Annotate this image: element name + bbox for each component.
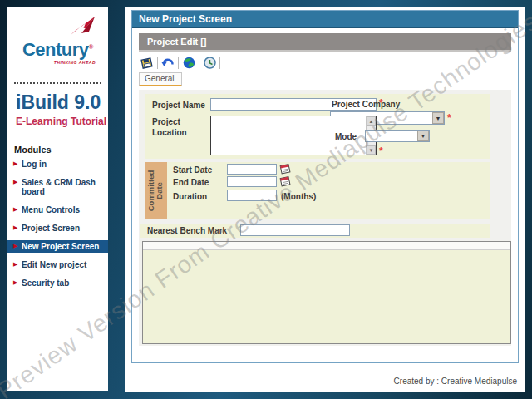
detail-list-box[interactable] (142, 241, 511, 344)
dropdown-arrow-icon[interactable]: ▼ (417, 131, 429, 141)
footer-credit: Created by : Creative Mediapulse (394, 377, 517, 386)
save-button[interactable] (139, 55, 155, 70)
duration-unit-label: (Months) (281, 192, 316, 201)
sidebar-item-sales-crm-dashboard[interactable]: ▶ Sales & CRM Dash board (7, 176, 108, 198)
project-location-label: Project Location (152, 117, 195, 138)
sidebar-item-project-screen[interactable]: ▶ Project Screen (7, 222, 108, 234)
product-title: iBuild 9.0 (16, 91, 108, 114)
sidebar-item-label: Menu Controls (22, 205, 80, 214)
sidebar-item-log-in[interactable]: ▶ Log in (7, 158, 108, 170)
toolbar-separator (219, 57, 220, 69)
undo-button[interactable] (160, 55, 176, 70)
globe-icon (183, 57, 195, 69)
duration-input[interactable] (227, 190, 277, 201)
end-date-input[interactable] (227, 176, 277, 187)
sidebar-item-label: Edit New project (22, 260, 86, 269)
undo-icon (161, 57, 175, 68)
bullet-icon: ▶ (13, 279, 17, 286)
duration-label: Duration (173, 192, 207, 201)
mode-select[interactable]: ▼ (365, 130, 430, 142)
history-icon (204, 57, 216, 69)
toolbar-separator (157, 57, 158, 69)
scroll-down-icon[interactable]: ▼ (367, 145, 376, 155)
sidebar-item-edit-new-project[interactable]: ▶ Edit New project (7, 259, 108, 271)
project-company-required: * (447, 112, 451, 124)
modules-header: Modules (14, 145, 108, 155)
committed-date-group: Committed Date Start Date End Date Durat… (145, 162, 490, 219)
brand-name: Century® (7, 39, 108, 61)
sidebar-item-label: Log in (22, 160, 47, 169)
form-title-bar: Project Edit [] (139, 33, 511, 50)
sidebar-item-security-tab[interactable]: ▶ Security tab (7, 277, 108, 289)
sidebar-item-label: Project Screen (22, 224, 80, 233)
sidebar-item-new-project-screen[interactable]: ▶ New Project Screen (7, 240, 108, 253)
project-info-group: Project Name * Project Company ▼ * Proje… (145, 94, 490, 159)
registered-mark: ® (89, 43, 93, 51)
project-company-label: Project Company (332, 100, 400, 109)
scroll-up-icon[interactable]: ▲ (367, 116, 376, 126)
sidebar-item-label: Sales & CRM Dash board (22, 178, 96, 196)
nearest-benchmark-label: Nearest Bench Mark (147, 226, 227, 235)
toolbar-separator (199, 57, 200, 69)
page-title: New Project Screen (132, 11, 518, 28)
bullet-icon: ▶ (13, 243, 17, 249)
nearest-benchmark-input[interactable] (240, 224, 350, 236)
mode-label: Mode (335, 132, 357, 141)
save-icon (140, 57, 154, 69)
nearest-benchmark-row: Nearest Bench Mark (140, 224, 490, 238)
toolbar (139, 54, 222, 71)
century-bird-icon (69, 15, 97, 38)
bullet-icon: ▶ (13, 224, 17, 231)
sidebar-item-label: New Project Screen (22, 242, 99, 251)
sidebar-item-menu-controls[interactable]: ▶ Menu Controls (7, 204, 108, 216)
main-area: New Project Screen Project Edit [] (125, 7, 525, 392)
bullet-icon: ▶ (13, 206, 17, 213)
project-name-label: Project Name (152, 101, 205, 110)
detail-list-header (143, 242, 510, 250)
form-area: Project Name * Project Company ▼ * Proje… (139, 90, 511, 346)
sidebar: Century® THINKING AHEAD iBuild 9.0 E-Lea… (7, 7, 108, 391)
start-date-calendar-icon[interactable] (279, 163, 291, 175)
application-window: Preview Version From Creative Mediapulse… (0, 0, 532, 399)
tab-general[interactable]: General (139, 72, 182, 86)
project-location-required: * (379, 145, 383, 157)
start-date-label: Start Date (173, 165, 212, 175)
sidebar-item-label: Security tab (22, 278, 69, 288)
committed-date-group-label: Committed Date (148, 170, 165, 211)
bullet-icon: ▶ (13, 261, 17, 268)
brand-tagline: THINKING AHEAD (54, 60, 96, 65)
end-date-label: End Date (173, 178, 209, 187)
globe-button[interactable] (180, 55, 197, 70)
product-subtitle: E-Learning Tutorial (16, 116, 108, 127)
end-date-calendar-icon[interactable] (279, 175, 291, 187)
history-button[interactable] (201, 55, 218, 70)
bullet-icon: ▶ (13, 160, 17, 167)
new-project-panel: New Project Screen Project Edit [] (131, 10, 519, 363)
bullet-icon: ▶ (13, 179, 17, 185)
dotted-divider (14, 82, 101, 84)
century-logo: Century® THINKING AHEAD (7, 7, 108, 72)
toolbar-separator (178, 57, 179, 69)
dropdown-arrow-icon[interactable]: ▼ (432, 112, 444, 124)
committed-date-band: Committed Date (145, 162, 167, 219)
start-date-input[interactable] (227, 164, 277, 175)
tab-strip: General (139, 72, 511, 86)
